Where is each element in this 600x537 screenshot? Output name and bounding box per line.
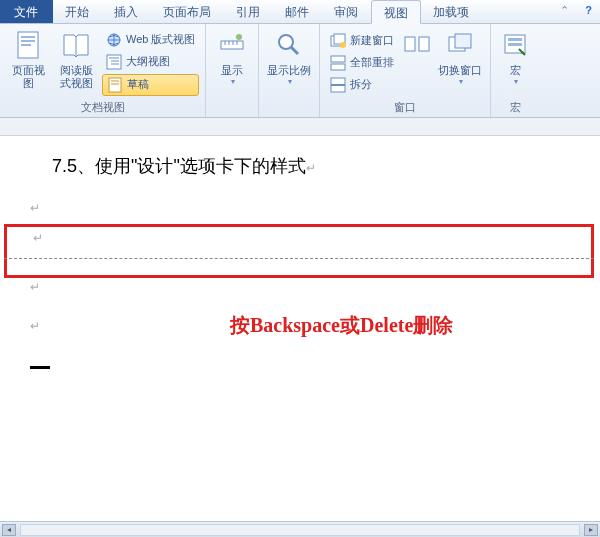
minimize-ribbon-icon[interactable]: ⌃	[552, 0, 577, 23]
scroll-left-button[interactable]: ◂	[2, 524, 16, 536]
svg-rect-13	[221, 41, 243, 49]
annotation-highlight-box: ↵	[4, 224, 594, 278]
group-show: 显示▾	[206, 24, 259, 117]
help-icon[interactable]: ?	[577, 0, 600, 23]
group-views-label: 文档视图	[6, 98, 199, 117]
svg-rect-29	[419, 37, 429, 51]
macros-icon	[499, 29, 531, 61]
annotation-text: 按Backspace或Delete删除	[230, 312, 453, 339]
document-area[interactable]: 7.5、使用"设计"选项卡下的样式↵ ↵ ↵ ↵ ↵ 按Backspace或De…	[0, 136, 600, 521]
outline-view-button[interactable]: 大纲视图	[102, 52, 199, 72]
switch-window-icon	[444, 29, 476, 61]
svg-rect-10	[109, 78, 121, 92]
paragraph-mark-icon: ↵	[30, 280, 40, 294]
ruler	[0, 118, 600, 136]
draft-icon	[107, 77, 123, 93]
switch-window-label: 切换窗口	[438, 64, 482, 77]
macros-label: 宏	[510, 64, 521, 77]
scroll-right-button[interactable]: ▸	[584, 524, 598, 536]
new-window-button[interactable]: 新建窗口	[326, 31, 398, 51]
heading-text: 7.5、使用"设计"选项卡下的样式	[52, 156, 306, 176]
svg-line-20	[291, 47, 298, 54]
svg-point-19	[279, 35, 293, 49]
group-window: 新建窗口 全部重排 拆分 切换窗口▾ 窗口	[320, 24, 491, 117]
svg-rect-2	[21, 40, 35, 42]
svg-rect-1	[21, 36, 35, 38]
tab-addins[interactable]: 加载项	[421, 0, 482, 23]
svg-rect-6	[107, 55, 121, 69]
tab-page-layout[interactable]: 页面布局	[151, 0, 224, 23]
reading-view-label: 阅读版式视图	[56, 64, 96, 90]
chevron-down-icon: ▾	[288, 77, 292, 87]
reading-view-button[interactable]: 阅读版式视图	[54, 27, 98, 98]
web-view-button[interactable]: Web 版式视图	[102, 30, 199, 50]
side-by-side-icon	[401, 29, 433, 61]
svg-rect-28	[405, 37, 415, 51]
split-button[interactable]: 拆分	[326, 75, 398, 95]
text-cursor	[30, 366, 50, 369]
annotation-dashed-line	[4, 258, 594, 259]
tab-file[interactable]: 文件	[0, 0, 53, 23]
draft-view-label: 草稿	[127, 77, 149, 92]
group-show-label	[212, 101, 252, 117]
group-zoom-label	[265, 101, 313, 117]
ribbon: 页面视图 阅读版式视图 Web 版式视图 大纲视图 草	[0, 24, 600, 118]
zoom-button[interactable]: 显示比例▾	[265, 27, 313, 101]
svg-rect-33	[508, 38, 522, 41]
group-window-label: 窗口	[326, 98, 484, 117]
svg-point-18	[236, 34, 242, 40]
outline-view-label: 大纲视图	[126, 54, 170, 69]
group-document-views: 页面视图 阅读版式视图 Web 版式视图 大纲视图 草	[0, 24, 206, 117]
new-window-label: 新建窗口	[350, 33, 394, 48]
book-icon	[60, 29, 92, 61]
svg-rect-25	[331, 64, 345, 70]
arrange-icon	[330, 55, 346, 71]
tab-insert[interactable]: 插入	[102, 0, 151, 23]
macros-button[interactable]: 宏▾	[497, 27, 533, 98]
tab-review[interactable]: 审阅	[322, 0, 371, 23]
svg-point-23	[340, 42, 346, 48]
ruler-icon	[216, 29, 248, 61]
split-icon	[330, 77, 346, 93]
chevron-down-icon: ▾	[231, 77, 235, 87]
tab-references[interactable]: 引用	[224, 0, 273, 23]
outline-icon	[106, 54, 122, 70]
horizontal-scrollbar[interactable]: ◂ ▸	[0, 521, 600, 537]
tab-mail[interactable]: 邮件	[273, 0, 322, 23]
show-label: 显示	[221, 64, 243, 77]
globe-icon	[106, 32, 122, 48]
paragraph-mark-icon: ↵	[30, 319, 40, 333]
page-view-button[interactable]: 页面视图	[6, 27, 50, 98]
page-view-label: 页面视图	[8, 64, 48, 90]
svg-rect-34	[508, 43, 522, 46]
show-button[interactable]: 显示▾	[212, 27, 252, 101]
switch-window-button[interactable]: 切换窗口▾	[436, 27, 484, 98]
chevron-down-icon: ▾	[514, 77, 518, 87]
arrange-all-button[interactable]: 全部重排	[326, 53, 398, 73]
tab-home[interactable]: 开始	[53, 0, 102, 23]
arrange-all-label: 全部重排	[350, 55, 394, 70]
zoom-label: 显示比例	[267, 64, 311, 77]
page-view-icon	[12, 29, 44, 61]
paragraph-mark-icon: ↵	[33, 231, 43, 245]
group-macros: 宏▾ 宏	[491, 24, 539, 117]
chevron-down-icon: ▾	[459, 77, 463, 87]
view-side-by-side-button[interactable]	[402, 27, 432, 98]
svg-rect-31	[455, 34, 471, 48]
paragraph-mark-icon: ↵	[30, 201, 40, 215]
group-macros-label: 宏	[497, 98, 533, 117]
new-window-icon	[330, 33, 346, 49]
paragraph-mark-icon: ↵	[306, 161, 316, 175]
scroll-track[interactable]	[20, 524, 580, 536]
ribbon-tabs: 文件 开始 插入 页面布局 引用 邮件 审阅 视图 加载项 ⌃ ?	[0, 0, 600, 24]
draft-view-button[interactable]: 草稿	[102, 74, 199, 96]
web-view-label: Web 版式视图	[126, 32, 195, 47]
svg-rect-3	[21, 44, 31, 46]
split-label: 拆分	[350, 77, 372, 92]
group-zoom: 显示比例▾	[259, 24, 320, 117]
svg-rect-24	[331, 56, 345, 62]
tab-view[interactable]: 视图	[371, 0, 421, 24]
magnifier-icon	[273, 29, 305, 61]
